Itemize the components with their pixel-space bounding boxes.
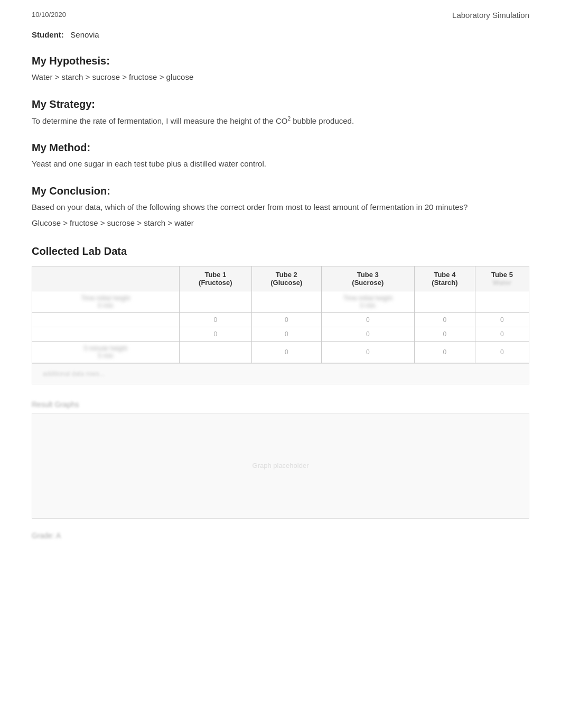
- table-header-row: Tube 1(Fructose) Tube 2(Glucose) Tube 3(…: [32, 266, 529, 291]
- cell-r3-t3: 0: [321, 327, 414, 341]
- cell-r1-t4: [415, 291, 475, 312]
- col-header-label: [32, 266, 180, 291]
- conclusion-section: My Conclusion: Based on your data, which…: [32, 185, 529, 229]
- cell-r4-t2: 0: [251, 341, 321, 363]
- collected-data-section: Collected Lab Data Tube 1(Fructose) Tube…: [32, 245, 529, 384]
- method-section: My Method: Yeast and one sugar in each t…: [32, 142, 529, 170]
- graph-section: Result Graphs Graph placeholder: [32, 400, 529, 519]
- grade-label: Grade: A: [32, 531, 529, 540]
- cell-r2-t2: 0: [251, 312, 321, 327]
- lab-data-table: Tube 1(Fructose) Tube 2(Glucose) Tube 3(…: [32, 266, 529, 363]
- hypothesis-section: My Hypothesis: Water > starch > sucrose …: [32, 55, 529, 84]
- cell-r2-t4: 0: [415, 312, 475, 327]
- strategy-section: My Strategy: To determine the rate of fe…: [32, 98, 529, 127]
- strategy-text: To determine the rate of fermentation, I…: [32, 115, 529, 127]
- collected-data-heading: Collected Lab Data: [32, 245, 529, 257]
- col-header-tube1: Tube 1(Fructose): [179, 266, 251, 291]
- col-header-tube2: Tube 2(Glucose): [251, 266, 321, 291]
- cell-r4-t3: 0: [321, 341, 414, 363]
- table-row: 0 0 0 0 0: [32, 312, 529, 327]
- col-header-tube5: Tube 5Water: [475, 266, 529, 291]
- col-header-tube3: Tube 3(Sucrose): [321, 266, 414, 291]
- row-label-3: [32, 327, 180, 341]
- lab-title: Laboratory Simulation: [452, 11, 529, 20]
- page-header: 10/10/2020 Laboratory Simulation: [32, 11, 529, 20]
- graph-label: Result Graphs: [32, 400, 529, 409]
- student-row: Student: Senovia: [32, 30, 529, 39]
- cell-r4-t1: [179, 341, 251, 363]
- student-label: Student:: [32, 30, 64, 39]
- method-text: Yeast and one sugar in each test tube pl…: [32, 158, 529, 170]
- method-heading: My Method:: [32, 142, 529, 154]
- row-label-2: [32, 312, 180, 327]
- cell-r1-t5: [475, 291, 529, 312]
- grade-section: Grade: A: [32, 531, 529, 540]
- cell-r3-t5: 0: [475, 327, 529, 341]
- table-row: Time initial height 0 min Time initial h…: [32, 291, 529, 312]
- conclusion-question: Based on your data, which of the followi…: [32, 201, 529, 214]
- cell-r2-t5: 0: [475, 312, 529, 327]
- date-label: 10/10/2020: [32, 11, 66, 19]
- row-label-1: Time initial height 0 min: [32, 291, 180, 312]
- cell-r1-t2: [251, 291, 321, 312]
- table-row: 5 minute height 5 min 0 0 0 0: [32, 341, 529, 363]
- hypothesis-text: Water > starch > sucrose > fructose > gl…: [32, 71, 529, 84]
- strategy-heading: My Strategy:: [32, 98, 529, 110]
- conclusion-heading: My Conclusion:: [32, 185, 529, 197]
- conclusion-answer: Glucose > fructose > sucrose > starch > …: [32, 217, 529, 229]
- cell-r4-t5: 0: [475, 341, 529, 363]
- row-label-4: 5 minute height 5 min: [32, 341, 180, 363]
- cell-r3-t4: 0: [415, 327, 475, 341]
- hypothesis-heading: My Hypothesis:: [32, 55, 529, 67]
- student-name: Senovia: [70, 30, 99, 39]
- cell-r2-t1: 0: [179, 312, 251, 327]
- cell-r4-t4: 0: [415, 341, 475, 363]
- cell-r1-t1: [179, 291, 251, 312]
- cell-r3-t2: 0: [251, 327, 321, 341]
- cell-r3-t1: 0: [179, 327, 251, 341]
- table-row: 0 0 0 0 0: [32, 327, 529, 341]
- graph-placeholder: Graph placeholder: [32, 413, 529, 519]
- cell-r1-t3: Time initial height 0 min: [321, 291, 414, 312]
- cell-r2-t3: 0: [321, 312, 414, 327]
- col-header-tube4: Tube 4(Starch): [415, 266, 475, 291]
